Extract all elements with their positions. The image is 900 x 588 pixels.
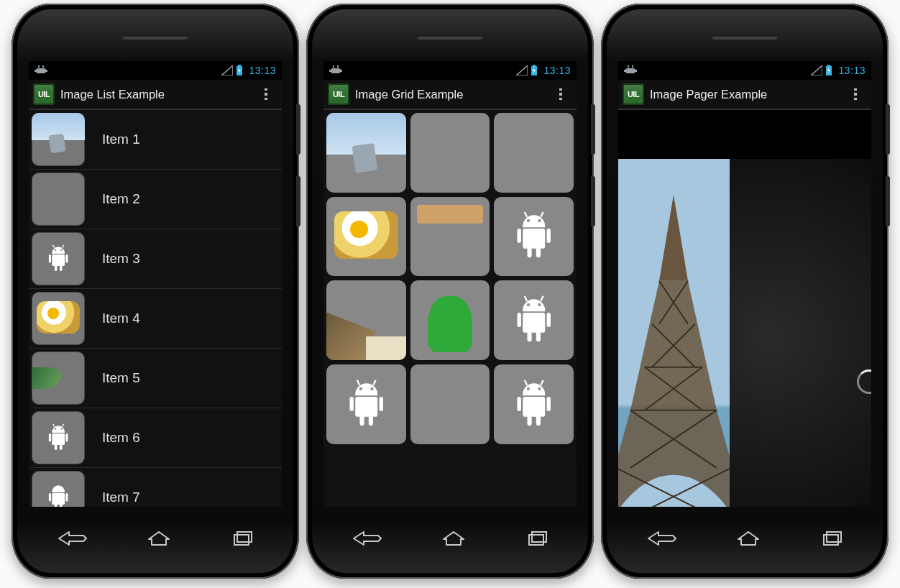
overflow-menu-icon[interactable]	[551, 80, 571, 109]
svg-rect-11	[65, 254, 68, 263]
svg-rect-54	[536, 331, 541, 341]
svg-point-66	[527, 387, 531, 390]
grid-cell-egg[interactable]	[326, 197, 406, 277]
back-icon[interactable]	[56, 529, 89, 551]
status-time: 13:13	[543, 65, 571, 76]
recents-icon[interactable]	[523, 529, 549, 551]
overflow-menu-icon[interactable]	[845, 80, 865, 109]
svg-point-16	[54, 428, 56, 430]
home-icon[interactable]	[144, 529, 173, 551]
svg-point-48	[527, 303, 531, 307]
list-item[interactable]: Item 7	[29, 468, 282, 507]
thumbnail-park	[32, 113, 85, 166]
battery-icon	[531, 65, 538, 76]
grid-cell-android-cake[interactable]	[410, 280, 490, 360]
svg-rect-20	[65, 433, 68, 442]
list-view[interactable]: Item 1 Item 2 Item 3 Item 4	[29, 110, 282, 507]
svg-rect-25	[52, 493, 65, 505]
earpiece	[122, 35, 188, 40]
recents-icon[interactable]	[818, 529, 844, 551]
svg-point-7	[54, 249, 56, 251]
list-item[interactable]: Item 2	[29, 170, 282, 229]
list-item[interactable]: Item 3	[29, 229, 282, 289]
phone-chassis: 13:13 UIL Image Pager Example	[601, 4, 888, 579]
grid-cell-android-placeholder[interactable]	[494, 280, 574, 360]
list-item[interactable]: Item 6	[29, 408, 282, 468]
action-bar: UIL Image List Example	[29, 80, 282, 110]
grid-cell-park[interactable]	[326, 113, 406, 193]
back-icon[interactable]	[646, 529, 679, 551]
svg-rect-71	[527, 415, 531, 426]
action-bar-title: Image Grid Example	[355, 88, 551, 101]
grid-view[interactable]	[323, 110, 577, 507]
list-item-label: Item 4	[102, 311, 140, 326]
recents-icon[interactable]	[229, 529, 254, 551]
list-item[interactable]: Item 1	[29, 110, 282, 170]
debug-icon	[35, 65, 50, 75]
grid-cell-pool[interactable]	[410, 197, 490, 277]
grid-cell-produce[interactable]	[494, 113, 574, 193]
svg-point-67	[538, 387, 541, 390]
svg-rect-22	[60, 444, 63, 450]
svg-rect-10	[49, 254, 51, 263]
side-button-icon	[886, 176, 890, 226]
status-bar: 13:13	[29, 61, 282, 80]
svg-rect-78	[624, 70, 626, 72]
svg-rect-80	[628, 65, 629, 68]
svg-rect-15	[62, 244, 64, 248]
thumbnail-beach	[32, 352, 85, 405]
svg-rect-28	[55, 504, 58, 507]
svg-point-8	[60, 249, 63, 251]
screen: 13:13 UIL Image List Example Item 1 Item…	[29, 61, 282, 507]
svg-rect-83	[827, 65, 830, 66]
svg-rect-1	[35, 70, 37, 72]
svg-rect-61	[379, 396, 382, 410]
signal-icon	[516, 65, 528, 75]
svg-point-40	[538, 219, 541, 223]
thumbnail-android-placeholder	[32, 411, 85, 464]
svg-rect-62	[359, 415, 364, 426]
svg-rect-63	[368, 415, 372, 426]
nav-bar	[29, 520, 282, 560]
svg-rect-56	[540, 295, 543, 301]
svg-rect-32	[331, 68, 341, 73]
svg-rect-35	[333, 65, 334, 68]
back-icon[interactable]	[351, 529, 384, 551]
home-icon[interactable]	[439, 529, 468, 551]
grid-cell-flowers[interactable]	[410, 113, 490, 193]
svg-rect-42	[517, 229, 520, 243]
debug-icon	[624, 65, 640, 75]
app-icon: UIL	[623, 83, 644, 105]
svg-rect-73	[524, 380, 528, 385]
list-item[interactable]: Item 5	[29, 349, 282, 408]
grid-cell-toys[interactable]	[410, 364, 490, 444]
svg-point-58	[370, 387, 374, 390]
overflow-menu-icon[interactable]	[256, 80, 276, 109]
status-time: 13:13	[249, 65, 276, 76]
grid-cell-android-placeholder[interactable]	[494, 364, 574, 444]
svg-rect-68	[523, 396, 545, 416]
phone-list: 13:13 UIL Image List Example Item 1 Item…	[12, 4, 299, 579]
grid-cell-android-placeholder[interactable]	[494, 197, 574, 277]
svg-rect-21	[55, 444, 58, 450]
screen: 13:13 UIL Image Pager Example	[618, 61, 871, 507]
svg-rect-77	[625, 68, 635, 73]
list-item-label: Item 2	[102, 191, 140, 207]
grid-cell-coast[interactable]	[326, 280, 406, 360]
thumbnail-android-placeholder	[32, 232, 85, 285]
list-item[interactable]: Item 4	[29, 289, 282, 349]
side-button-icon	[886, 104, 890, 155]
svg-rect-6	[238, 65, 241, 66]
pager-view[interactable]	[618, 159, 871, 507]
svg-rect-13	[60, 265, 63, 271]
svg-rect-36	[337, 65, 339, 68]
home-icon[interactable]	[734, 529, 763, 551]
svg-point-39	[527, 219, 531, 223]
list-item-label: Item 1	[102, 132, 140, 147]
status-time: 13:13	[838, 65, 865, 76]
grid-cell-android-placeholder[interactable]	[326, 364, 406, 444]
debug-icon	[329, 65, 345, 75]
list-item-label: Item 5	[102, 370, 140, 386]
signal-icon	[811, 65, 822, 75]
svg-rect-14	[52, 244, 55, 248]
